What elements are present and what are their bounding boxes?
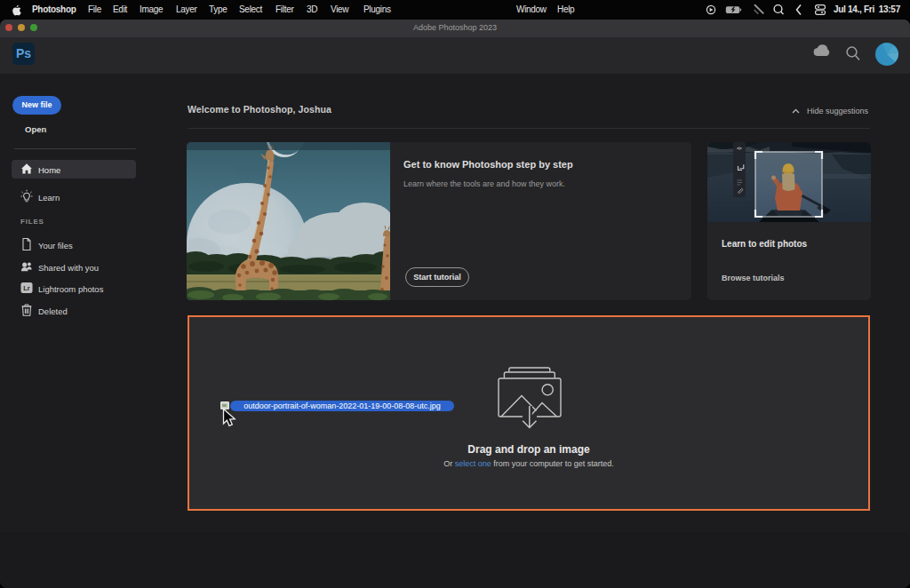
svg-text:Lr: Lr — [23, 284, 30, 292]
